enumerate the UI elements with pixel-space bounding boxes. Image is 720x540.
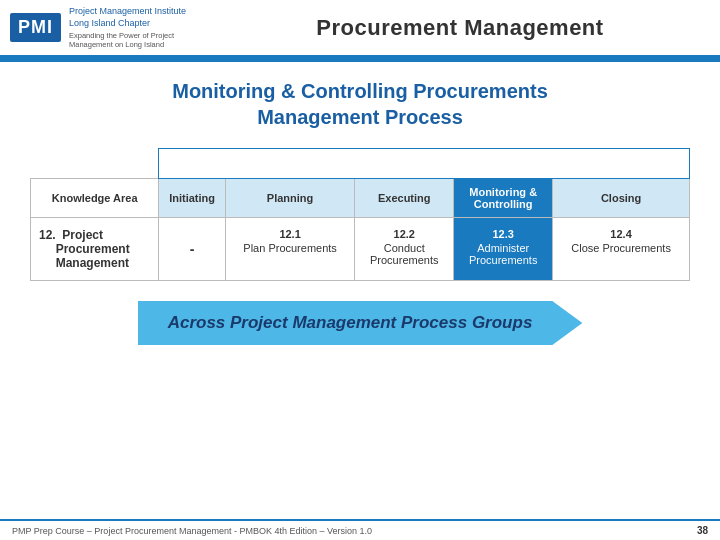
col-initiating: Initiating [159,179,226,218]
col-closing: Closing [553,179,690,218]
executing-cell: 12.2 ConductProcurements [355,218,454,281]
planning-cell: 12.1 Plan Procurements [225,218,354,281]
knowledge-area-cell: 12. Project Procurement Management [31,218,159,281]
logo-sub: Expanding the Power of Project Managemen… [69,31,210,49]
col-executing: Executing [355,179,454,218]
page-header: PMI Project Management Institute Long Is… [0,0,720,58]
process-arrow: Across Project Management Process Groups [138,301,583,345]
knowledge-area-header: Knowledge Area [31,179,159,218]
arrow-section: Across Project Management Process Groups [30,301,690,345]
group-header-cell: Project Management Process Groups [159,149,690,179]
sub-header-row: Knowledge Area Initiating Planning Execu… [31,179,690,218]
pmi-logo: PMI [10,13,61,42]
col-planning: Planning [225,179,354,218]
logo-line2: Long Island Chapter [69,18,210,30]
table-row: 12. Project Procurement Management - 12.… [31,218,690,281]
mc-cell: 12.3 AdministerProcurements [454,218,553,281]
footer-right: 38 [697,525,708,536]
logo-area: PMI Project Management Institute Long Is… [10,6,210,49]
process-table: Project Management Process Groups Knowle… [30,148,690,281]
initiating-cell: - [159,218,226,281]
main-content: Monitoring & Controlling Procurements Ma… [0,62,720,355]
footer-left: PMP Prep Course – Project Procurement Ma… [12,526,372,536]
arrow-label: Across Project Management Process Groups [168,313,533,333]
corner-empty [31,149,159,179]
closing-cell: 12.4 Close Procurements [553,218,690,281]
group-header-row: Project Management Process Groups [31,149,690,179]
slide-title: Monitoring & Controlling Procurements Ma… [30,78,690,130]
page-footer: PMP Prep Course – Project Procurement Ma… [0,519,720,540]
page-title: Procurement Management [210,15,710,41]
logo-line1: Project Management Institute [69,6,210,18]
col-mc: Monitoring &Controlling [454,179,553,218]
